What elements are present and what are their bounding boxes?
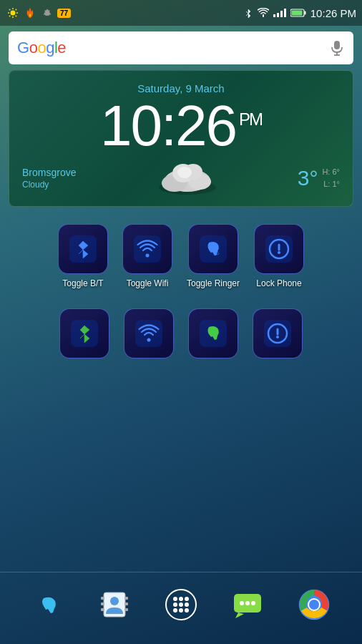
fire-icon bbox=[23, 6, 37, 20]
weather-info: Bromsgrove Cloudy 3° H: 6° bbox=[22, 160, 340, 196]
dock-contacts-button[interactable] bbox=[93, 583, 136, 626]
svg-point-54 bbox=[185, 608, 189, 613]
phone-icon-2 bbox=[188, 308, 238, 358]
wifi-status-icon bbox=[258, 8, 269, 18]
clock-colon: : bbox=[161, 94, 175, 157]
google-logo: Google bbox=[17, 39, 66, 57]
status-right-icons: 10:26 PM bbox=[243, 7, 356, 19]
svg-rect-40 bbox=[101, 602, 104, 605]
lock-phone-icon bbox=[254, 224, 304, 274]
svg-point-53 bbox=[179, 608, 183, 613]
dock-chrome-button[interactable] bbox=[293, 583, 336, 626]
clock-time: 10:26PM bbox=[22, 97, 340, 155]
svg-rect-43 bbox=[124, 602, 128, 605]
weather-condition: Cloudy bbox=[22, 180, 76, 190]
svg-line-8 bbox=[9, 16, 10, 16]
svg-point-36 bbox=[276, 336, 279, 338]
weather-location: Bromsgrove Cloudy bbox=[22, 167, 76, 190]
svg-point-48 bbox=[185, 597, 189, 601]
power-icon-2 bbox=[253, 308, 303, 358]
svg-rect-39 bbox=[101, 597, 104, 600]
svg-rect-13 bbox=[334, 41, 340, 49]
toggle-wifi-label: Toggle Wifi bbox=[127, 278, 169, 288]
svg-point-47 bbox=[179, 597, 183, 601]
bt-icon-2 bbox=[59, 308, 109, 358]
clock-ampm: PM bbox=[239, 109, 262, 129]
lock-phone-button[interactable]: Lock Phone bbox=[254, 224, 304, 288]
weather-temp: 3° H: 6° L: 1° bbox=[298, 166, 340, 190]
battery-icon bbox=[290, 9, 306, 17]
power-button-2[interactable] bbox=[253, 308, 303, 358]
settings-status-icon bbox=[40, 6, 54, 20]
toggle-bt-icon bbox=[58, 224, 108, 274]
svg-rect-11 bbox=[304, 11, 305, 15]
toggle-bt-label: Toggle B/T bbox=[62, 278, 103, 288]
battery-level-badge: 77 bbox=[57, 9, 71, 18]
clock-minutes: 26 bbox=[175, 94, 236, 157]
status-left-icons: 77 bbox=[6, 6, 71, 20]
bt-button-2[interactable] bbox=[59, 308, 109, 358]
status-bar: 77 10:26 PM bbox=[0, 0, 362, 26]
svg-point-0 bbox=[11, 11, 16, 16]
dock-phone-button[interactable] bbox=[26, 583, 69, 626]
dock-messaging-button[interactable] bbox=[226, 583, 269, 626]
svg-line-5 bbox=[9, 9, 10, 10]
dock bbox=[0, 572, 362, 637]
svg-point-56 bbox=[240, 601, 244, 605]
lock-phone-label: Lock Phone bbox=[256, 278, 301, 288]
svg-point-50 bbox=[179, 602, 183, 607]
svg-point-62 bbox=[309, 600, 319, 610]
bluetooth-status-icon bbox=[243, 8, 253, 18]
phone-button-2[interactable] bbox=[188, 308, 238, 358]
svg-rect-42 bbox=[124, 597, 128, 600]
weather-city: Bromsgrove bbox=[22, 167, 76, 178]
svg-point-51 bbox=[185, 602, 189, 607]
clock-weather-widget: Saturday, 9 March 10:26PM Bromsgrove Clo… bbox=[9, 70, 353, 207]
dock-apps-button[interactable] bbox=[160, 583, 202, 626]
signal-strength-icon bbox=[273, 9, 286, 17]
temp-hi-lo: H: 6° L: 1° bbox=[322, 166, 340, 190]
toggle-ringer-icon bbox=[188, 224, 238, 274]
svg-point-57 bbox=[245, 601, 250, 605]
svg-point-29 bbox=[278, 251, 280, 254]
google-search-bar[interactable]: Google bbox=[9, 31, 353, 64]
sun-icon bbox=[6, 6, 20, 20]
app-row-1: Toggle B/T Toggle Wifi Toggle Ringer bbox=[0, 211, 362, 288]
svg-rect-41 bbox=[101, 608, 104, 611]
svg-point-32 bbox=[147, 338, 151, 342]
temp-main: 3° bbox=[298, 166, 318, 190]
wifi-button-2[interactable] bbox=[124, 308, 174, 358]
weather-cloud-icon bbox=[151, 160, 222, 196]
svg-line-7 bbox=[16, 9, 16, 10]
svg-rect-44 bbox=[124, 608, 128, 611]
svg-point-52 bbox=[173, 608, 177, 613]
svg-point-22 bbox=[177, 167, 192, 178]
svg-point-58 bbox=[251, 601, 255, 605]
svg-point-49 bbox=[173, 602, 177, 607]
status-time: 10:26 PM bbox=[310, 7, 356, 19]
voice-search-button[interactable] bbox=[329, 40, 345, 56]
toggle-ringer-label: Toggle Ringer bbox=[187, 278, 240, 288]
clock-hours: 10 bbox=[100, 94, 161, 157]
toggle-wifi-icon bbox=[122, 224, 172, 274]
svg-point-46 bbox=[173, 597, 177, 601]
clock-date: Saturday, 9 March bbox=[22, 82, 340, 94]
app-row-2 bbox=[0, 288, 362, 358]
svg-point-25 bbox=[145, 254, 149, 258]
wifi-icon-2 bbox=[124, 308, 174, 358]
svg-line-6 bbox=[16, 16, 16, 16]
toggle-bt-button[interactable]: Toggle B/T bbox=[58, 224, 108, 288]
svg-rect-12 bbox=[291, 11, 302, 16]
svg-point-38 bbox=[110, 597, 119, 605]
toggle-ringer-button[interactable]: Toggle Ringer bbox=[187, 224, 240, 288]
toggle-wifi-button[interactable]: Toggle Wifi bbox=[122, 224, 172, 288]
